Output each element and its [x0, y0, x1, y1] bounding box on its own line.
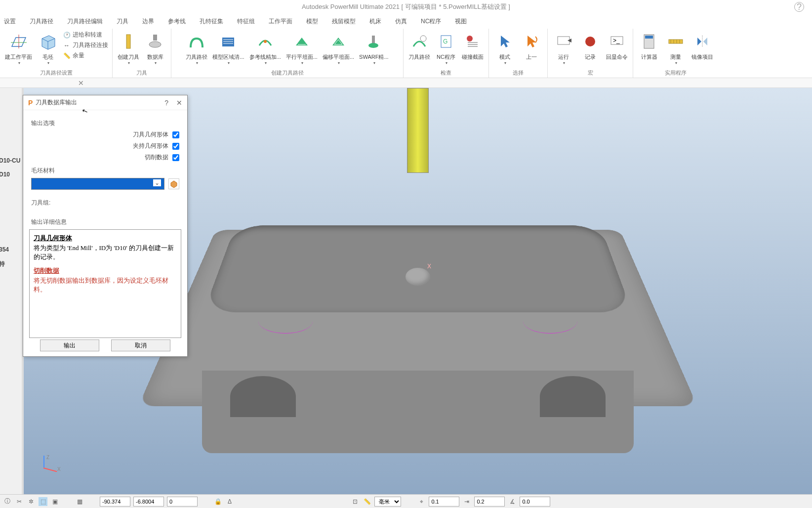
- menu-toolpath-edit[interactable]: 刀具路径编辑: [67, 17, 103, 26]
- allowance-button[interactable]: 📏余量: [63, 51, 108, 60]
- calculator-button[interactable]: 计算器: [637, 31, 661, 62]
- grid-icon[interactable]: ▦: [75, 497, 84, 506]
- ribbon-group-tool: 创建刀具▾ 数据库▾ 刀具: [113, 29, 171, 78]
- menu-workplane[interactable]: 工作平面: [269, 17, 292, 26]
- check-toolpath-icon: [409, 32, 429, 51]
- tol-icon[interactable]: ⊡: [351, 497, 360, 506]
- ribbon-group-select: 模式▾ 上一 选择: [489, 29, 548, 78]
- info-icon[interactable]: ⓘ: [3, 497, 12, 506]
- feedspeed-button[interactable]: 🕐进给和转速: [63, 31, 108, 39]
- browse-material-button[interactable]: [168, 178, 179, 189]
- unit-select[interactable]: 毫米: [374, 497, 401, 507]
- run-macro-button[interactable]: 运行▾: [552, 31, 575, 66]
- menu-simulate[interactable]: 仿真: [395, 17, 407, 26]
- measure-button[interactable]: 测量▾: [664, 31, 688, 66]
- detail-text: 将为类型为 'End Mill'，ID为 'D10' 的刀具创建一新的记录。: [34, 244, 177, 261]
- tab-strip: ✕: [0, 78, 812, 88]
- calculator-icon: [639, 32, 659, 51]
- tool-geom-checkbox[interactable]: [172, 131, 179, 138]
- angle-input[interactable]: [520, 497, 550, 507]
- coord-x-input[interactable]: [100, 497, 130, 507]
- help-icon[interactable]: ?: [794, 2, 804, 12]
- menu-ncprogram[interactable]: NC程序: [421, 17, 441, 26]
- measure-icon[interactable]: ✂: [15, 497, 24, 506]
- toolpath-connect-button[interactable]: ↔刀具路径连接: [63, 41, 108, 49]
- delta-icon[interactable]: Δ: [225, 497, 234, 506]
- previous-button[interactable]: 上一: [520, 31, 543, 62]
- offset-flat-button[interactable]: 偏移平坦面...▾: [322, 31, 355, 66]
- parallel-flat-button[interactable]: 平行平坦面...▾: [285, 31, 319, 66]
- tree-item[interactable]: 354: [0, 246, 9, 253]
- chevron-down-icon: ▾: [446, 61, 447, 65]
- angle-icon[interactable]: ∡: [508, 497, 517, 506]
- stepover-icon[interactable]: ⇥: [462, 497, 471, 506]
- parallel-flat-icon: [292, 32, 312, 51]
- svg-rect-15: [372, 36, 375, 43]
- menu-featuregroup[interactable]: 特征组: [237, 17, 255, 26]
- database-button[interactable]: 数据库▾: [143, 31, 167, 66]
- dialog-close-button[interactable]: ✕: [176, 99, 182, 107]
- echo-command-button[interactable]: >_回显命令: [605, 31, 629, 62]
- tab-close-icon[interactable]: ✕: [78, 79, 84, 87]
- tree-panel[interactable]: D10-CU D10 354 持: [0, 88, 22, 494]
- offset-flat-icon: [328, 32, 348, 51]
- powermill-logo-icon: P: [28, 99, 33, 107]
- collision-section-button[interactable]: 碰撞截面: [461, 31, 485, 62]
- svg-point-25: [585, 37, 595, 46]
- menu-holefeature[interactable]: 孔特征集: [200, 17, 223, 26]
- detail-output-box[interactable]: 刀具几何形体 将为类型为 'End Mill'，ID为 'D10' 的刀具创建一…: [29, 229, 181, 338]
- chevron-down-icon: ▾: [265, 61, 267, 65]
- tolerance-input[interactable]: [429, 497, 459, 507]
- svg-rect-29: [645, 36, 653, 39]
- mirror-project-button[interactable]: 镜像项目: [690, 31, 714, 62]
- menu-model[interactable]: 模型: [306, 17, 318, 26]
- material-dropdown[interactable]: [31, 178, 164, 190]
- swarf-button[interactable]: SWARF精...▾: [358, 31, 389, 66]
- dialog-help-button[interactable]: ?: [164, 99, 168, 107]
- create-workplane-button[interactable]: 建工作平面▾: [4, 31, 33, 66]
- work-icon[interactable]: ⬚: [39, 497, 47, 506]
- check-toolpath-button[interactable]: 刀具路径: [407, 31, 431, 62]
- cancel-button[interactable]: 取消: [111, 339, 170, 351]
- menu-view[interactable]: 视图: [455, 17, 467, 26]
- menu-machine[interactable]: 机床: [369, 17, 381, 26]
- menu-settings[interactable]: 设置: [4, 17, 16, 26]
- mode-button[interactable]: 模式▾: [493, 31, 517, 66]
- block-icon[interactable]: ▣: [50, 497, 59, 506]
- area-clearance-button[interactable]: 模型区域清...▾: [211, 31, 245, 66]
- cutting-data-label: 切削数据: [145, 153, 168, 162]
- menu-boundary[interactable]: 边界: [142, 17, 154, 26]
- stock-button[interactable]: 毛坯▾: [36, 31, 60, 66]
- create-tool-button[interactable]: 创建刀具▾: [117, 31, 140, 66]
- snap-icon[interactable]: ✲: [27, 497, 36, 506]
- chevron-down-icon: ▾: [128, 61, 130, 65]
- menu-stockmodel[interactable]: 残留模型: [332, 17, 356, 26]
- tolerance-icon[interactable]: ⌖: [417, 497, 426, 506]
- coord-z-input[interactable]: [167, 497, 198, 507]
- unit-icon[interactable]: 📏: [363, 497, 371, 506]
- stepover-input[interactable]: [474, 497, 505, 507]
- coord-y-input[interactable]: [133, 497, 164, 507]
- export-button[interactable]: 输出: [40, 339, 99, 351]
- record-macro-button[interactable]: 记录: [578, 31, 602, 62]
- holder-geom-checkbox[interactable]: [172, 143, 179, 150]
- toolpath-button[interactable]: 刀具路径▾: [185, 31, 208, 66]
- refline-finish-button[interactable]: 参考线精加...▾: [248, 31, 282, 66]
- tool-visual: [407, 88, 429, 173]
- lock-icon[interactable]: 🔒: [213, 497, 222, 506]
- dialog-titlebar[interactable]: P 刀具数据库输出 ? ✕: [23, 95, 187, 110]
- tree-item[interactable]: D10: [0, 171, 20, 178]
- check-nc-button[interactable]: GNC程序▾: [434, 31, 458, 66]
- svg-marker-31: [697, 38, 701, 45]
- create-tool-icon: [119, 32, 138, 51]
- database-icon: [145, 32, 165, 51]
- menu-toolpath[interactable]: 刀具路径: [30, 17, 53, 26]
- run-icon: [554, 32, 573, 51]
- ribbon-group-toolpath-settings: 建工作平面▾ 毛坯▾ 🕐进给和转速 ↔刀具路径连接 📏余量 刀具路径设置: [0, 29, 113, 78]
- tree-item[interactable]: D10-CU: [0, 157, 20, 164]
- tree-item[interactable]: 持: [0, 260, 9, 268]
- area-clear-icon: [218, 32, 238, 51]
- menu-refline[interactable]: 参考线: [168, 17, 186, 26]
- cutting-data-checkbox[interactable]: [172, 154, 179, 161]
- menu-tool[interactable]: 刀具: [117, 17, 128, 26]
